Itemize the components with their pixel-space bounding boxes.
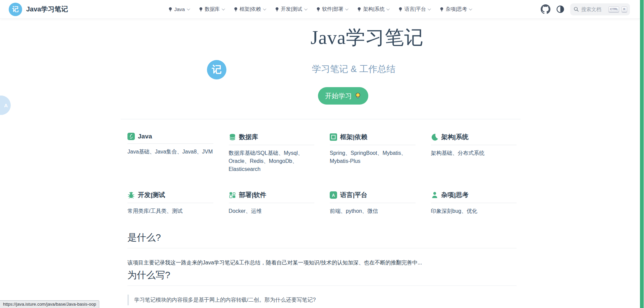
bulb-icon <box>398 7 403 11</box>
feature-desc: 常用类库/工具类、测试 <box>127 207 213 215</box>
lightbulb-icon <box>355 92 361 100</box>
ctrl-key-hint: CTRL <box>608 6 619 12</box>
site-brand[interactable]: 记 Java学习笔记 <box>9 3 68 16</box>
letter-a-icon: A <box>330 191 337 199</box>
k-key-hint: K <box>622 6 627 12</box>
section-heading-why: 为什么写? <box>127 269 517 286</box>
main-nav: Java 数据库 框架|依赖 开发|测试 软件|部署 架构|系统 <box>168 6 472 12</box>
bug-icon <box>127 191 135 199</box>
section-paragraph-what: 该项目主要记录我这一路走来的Java学习笔记&工作总结，随着自己对某一项知识/技… <box>127 258 517 267</box>
feature-title: 框架|依赖 <box>340 133 367 141</box>
bulb-icon <box>275 7 279 11</box>
site-logo: 记 <box>9 3 22 16</box>
chevron-down-icon <box>469 7 472 10</box>
feature-card-java: Java Java基础、Java集合、Java8、JVM <box>127 133 213 173</box>
homepage: 记 Java学习笔记 Java 数据库 框架|依赖 开发|测试 软件| <box>0 0 644 308</box>
section-quote-why: 学习笔记模块的内容很多是基于网上的内容转载/二创。那为什么还要写笔记? <box>127 295 517 305</box>
bulb-icon <box>357 7 362 11</box>
navbar: 记 Java学习笔记 Java 数据库 框架|依赖 开发|测试 软件| <box>0 0 640 19</box>
hero-logo: 记 <box>207 60 226 79</box>
feature-desc: Docker、运维 <box>229 207 315 215</box>
feature-card-deploy: 部署|软件 Docker、运维 <box>229 191 315 215</box>
nav-item-misc[interactable]: 杂项|思考 <box>440 6 472 12</box>
feature-desc: 印象深刻bug、优化 <box>431 207 517 215</box>
feature-card-framework: 框架|依赖 Spring、SpringBoot、Mybatis、Mybatis-… <box>330 133 416 173</box>
chevron-down-icon <box>428 7 431 10</box>
feature-title: 杂项|思考 <box>441 191 469 199</box>
feature-card-misc: 杂项|思考 印象深刻bug、优化 <box>431 191 517 215</box>
feature-card-devtest: 开发|测试 常用类库/工具类、测试 <box>127 191 213 215</box>
feature-desc: 架构基础、分布式系统 <box>431 149 517 157</box>
feature-title: Java <box>138 133 152 140</box>
feature-card-database: 数据库 数据库基础/SQL基础、Mysql、Oracle、Redis、Mongo… <box>229 133 315 173</box>
section-why: 为什么写? 学习笔记模块的内容很多是基于网上的内容转载/二创。那为什么还要写笔记… <box>127 269 517 305</box>
nav-item-database[interactable]: 数据库 <box>199 6 224 12</box>
feature-desc: Java基础、Java集合、Java8、JVM <box>127 148 213 156</box>
page-scrollbar[interactable] <box>640 0 644 308</box>
nav-item-software-deploy[interactable]: 软件|部署 <box>316 6 348 12</box>
feature-title: 数据库 <box>239 133 258 141</box>
feature-desc: Spring、SpringBoot、Mybatis、Mybatis-Plus <box>330 149 416 165</box>
feature-title: 架构|系统 <box>441 133 469 141</box>
hero-divider <box>121 119 521 119</box>
hero-title: Java学习笔记 <box>311 25 424 51</box>
features-grid: Java Java基础、Java集合、Java8、JVM 数据库 数据库基础/S… <box>127 133 517 215</box>
database-icon <box>229 133 236 141</box>
bulb-icon <box>440 7 444 11</box>
navbar-actions: CTRL K <box>541 3 630 15</box>
feature-card-language: A 语言|平台 前端、python、微信 <box>330 191 416 215</box>
theme-toggle-button[interactable] <box>556 5 565 13</box>
chevron-down-icon <box>304 7 307 10</box>
bulb-icon <box>233 7 238 11</box>
nav-item-framework[interactable]: 框架|依赖 <box>233 6 266 12</box>
feature-desc: 数据库基础/SQL基础、Mysql、Oracle、Redis、MongoDb、E… <box>229 149 315 173</box>
search-icon <box>574 6 579 12</box>
nav-item-devtest[interactable]: 开发|测试 <box>275 6 307 12</box>
section-what: 是什么? 该项目主要记录我这一路走来的Java学习笔记&工作总结，随着自己对某一… <box>127 231 517 267</box>
chevron-down-icon <box>187 7 190 10</box>
site-title: Java学习笔记 <box>26 5 68 14</box>
bulb-icon <box>316 7 320 11</box>
nav-item-architecture[interactable]: 架构|系统 <box>357 6 389 12</box>
floating-widget-button[interactable]: A <box>0 96 11 115</box>
chevron-down-icon <box>386 7 390 10</box>
link-preview-status-bar: https://java.isture.com/java/base/Java-b… <box>0 300 99 308</box>
feature-title: 开发|测试 <box>138 191 165 199</box>
hero-tagline: 学习笔记 & 工作总结 <box>312 63 395 75</box>
person-icon <box>431 191 438 199</box>
nav-item-language[interactable]: 语言|平台 <box>398 6 431 12</box>
section-heading-what: 是什么? <box>127 231 517 248</box>
feature-desc: 前端、python、微信 <box>330 207 416 215</box>
chevron-down-icon <box>263 7 266 10</box>
start-learning-button[interactable]: 开始学习 <box>318 87 368 105</box>
feature-card-architecture: 架构|系统 架构基础、分布式系统 <box>431 133 517 173</box>
crescent-icon <box>431 133 438 141</box>
search-bar[interactable]: CTRL K <box>570 3 630 15</box>
chevron-down-icon <box>222 7 225 10</box>
frame-icon <box>330 133 337 141</box>
svg-text:A: A <box>332 193 335 198</box>
feature-title: 部署|软件 <box>239 191 266 199</box>
nav-item-java[interactable]: Java <box>168 6 190 12</box>
github-link[interactable] <box>541 4 550 14</box>
bulb-icon <box>199 7 203 11</box>
github-icon <box>541 4 550 14</box>
chevron-down-icon <box>345 7 348 10</box>
feature-title: 语言|平台 <box>340 191 367 199</box>
java-book-icon <box>127 133 135 140</box>
half-moon-icon <box>556 5 565 13</box>
blocks-icon <box>229 191 236 199</box>
bulb-icon <box>168 7 172 11</box>
search-input[interactable] <box>581 6 606 12</box>
